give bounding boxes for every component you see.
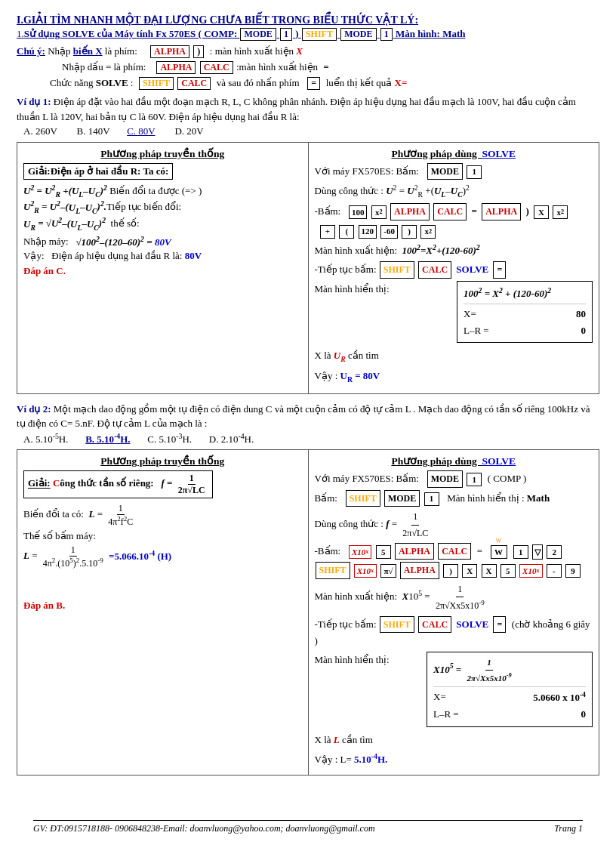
eq-btn-1: = bbox=[493, 261, 506, 278]
tiep-tuc-2: -Tiếp tục bấm: SHIFT CALC SOLVE = (chờ k… bbox=[315, 616, 593, 649]
col-header-solve-2: Phương pháp dùng SOLVE bbox=[315, 455, 593, 467]
bam-shift-mode: Bấm: SHIFT MODE 1 Màn hình hiển thị : Ma… bbox=[315, 490, 593, 507]
one-key2: 1 bbox=[380, 28, 393, 41]
x-key2b: X bbox=[482, 564, 497, 578]
vidu2-text: Ví dụ 2: Một mạch dao động gồm một tụ đi… bbox=[17, 402, 599, 447]
nav-down: ▽ bbox=[532, 544, 543, 560]
alpha-key-r3: ALPHA bbox=[395, 543, 434, 560]
formula-2c: Thế số bấm máy: bbox=[23, 530, 302, 542]
minus9-key: - bbox=[547, 564, 562, 578]
nhap-may: Nhập máy: √1002–(120–60)2 = 80V bbox=[23, 234, 302, 248]
vay-ur: Vậy : UR = 80V bbox=[315, 368, 593, 386]
col-header-traditional-2: Phương pháp truyền thống bbox=[23, 455, 302, 467]
formula-1c: UR = √U2–(UL–UC)2 thế số: bbox=[23, 216, 302, 231]
answers2: A. 5.10-5H. B. 5.10-4H. C. 5.10-3H. D. 2… bbox=[17, 433, 254, 445]
x10x-key3: X10x bbox=[519, 564, 542, 578]
calc-key1: CALC bbox=[200, 61, 233, 74]
result-label: X= bbox=[395, 77, 408, 88]
colon-sep: :màn hình xuất hiện bbox=[236, 61, 318, 72]
shift-key: SHIFT bbox=[302, 28, 337, 41]
minus-key: -60 bbox=[380, 225, 398, 239]
giai-box-1: Giải:Điện áp ở hai đầu R: Ta có: bbox=[23, 163, 302, 182]
one-btn-2b: 1 bbox=[424, 492, 439, 506]
bam-line-2a: -Bấm: X10x 5 ALPHA CALC = W W 1 ▽ 2 bbox=[315, 543, 593, 560]
note-line3-wrap: Chức năng SOLVE : SHIFT CALC và sau đó n… bbox=[17, 77, 599, 90]
calc-btn-1: CALC bbox=[418, 261, 451, 278]
vay-l: Vậy : L= 5.10-4H. bbox=[315, 751, 593, 768]
solve-label: SOLVE bbox=[96, 77, 128, 88]
voi-may-2: Với máy FX570ES: Bấm: MODE 1 ( COMP ) bbox=[315, 470, 593, 487]
dung-ct-2: Dùng công thức : f = 12π√LC bbox=[315, 509, 593, 541]
eq-btn-2: = bbox=[493, 616, 506, 633]
x10x-key1: X10x bbox=[349, 545, 371, 559]
mode-btn-1: MODE bbox=[427, 163, 463, 180]
note-line1: Nhập biến X là phím: ALPHA ) : màn hình … bbox=[48, 45, 303, 57]
x2-key1: x2 bbox=[371, 205, 387, 219]
alpha-key1: ALPHA bbox=[150, 45, 189, 58]
one-btn-1: 1 bbox=[467, 165, 482, 179]
right-arrow: ) bbox=[193, 45, 204, 58]
paren2: ) bbox=[443, 564, 458, 578]
footnote: GV: ĐT:0915718188- 0906848238-Email: doa… bbox=[33, 820, 583, 834]
five-key1: 5 bbox=[376, 545, 391, 559]
close-paren: ) bbox=[402, 225, 417, 239]
note-section: Chú ý: Nhập biến X là phím: ALPHA ) : mà… bbox=[17, 45, 599, 58]
voi-may-1: Với máy FX570ES: Bấm: MODE 1 bbox=[315, 163, 593, 180]
screen-result-2: X105 = 12π√Xx5x10-9 X=5.0660 x 10-4 L–R … bbox=[427, 652, 593, 727]
mode-btn-2b: MODE bbox=[384, 490, 420, 507]
shift-btn-2a: SHIFT bbox=[346, 490, 380, 507]
open-paren: ( bbox=[339, 225, 354, 239]
one-key: 1 bbox=[280, 28, 292, 41]
right-col-2: Phương pháp dùng SOLVE Với máy FX570ES: … bbox=[309, 450, 599, 775]
col-header-traditional-1: Phương pháp truyền thống bbox=[23, 147, 302, 160]
x-la-l: X là L cần tìm bbox=[315, 732, 593, 748]
col-header-solve-1: Phương pháp dùng SOLVE bbox=[315, 147, 593, 160]
man-hinh-1: Màn hình xuất hiện: 1002=X2+(120-60)2 bbox=[315, 242, 593, 259]
five-key2: 5 bbox=[500, 564, 516, 578]
x-la-ur: X là UR cần tìm bbox=[315, 347, 593, 365]
eq-key: = bbox=[307, 77, 320, 90]
plus-key: + bbox=[320, 225, 335, 239]
100-key: 100 bbox=[349, 205, 368, 219]
calc-key2: CALC bbox=[177, 77, 211, 90]
vidu1-text: Ví dụ 1: Điện áp đặt vào hai đầu một đoạ… bbox=[17, 94, 599, 139]
w-key-wrap: W W bbox=[490, 543, 508, 560]
subtitle-text: 1.Sử dụng SOLVE của Máy tính Fx 570ES ( … bbox=[17, 28, 466, 39]
alpha-key2: ALPHA bbox=[156, 61, 196, 74]
pi-key: π√ bbox=[380, 564, 396, 578]
shift-btn-1: SHIFT bbox=[380, 261, 414, 278]
man-hinh-2: Màn hình xuất hiện: X105 = 12π√Xx5x10-9 bbox=[315, 581, 593, 614]
right-col-1: Phương pháp dùng SOLVE Với máy FX570ES: … bbox=[309, 143, 599, 393]
answers1: A. 260V B. 140V C. 80V D. 20V bbox=[17, 125, 204, 137]
vidu2-table: Phương pháp truyền thống Giải: Công thức… bbox=[17, 449, 599, 776]
chu-y-label: Chú ý: bbox=[17, 45, 45, 57]
one-key-2a: 1 bbox=[513, 545, 528, 559]
x2-key2: x2 bbox=[553, 205, 568, 219]
shift-key2: SHIFT bbox=[139, 77, 174, 90]
x-key2: X bbox=[462, 564, 477, 578]
note-line2-wrap: Nhập dấu = là phím: ALPHA CALC :màn hình… bbox=[17, 61, 599, 74]
paren-open: ) bbox=[525, 205, 528, 217]
alpha-key-r4: ALPHA bbox=[400, 562, 439, 578]
left-col-2: Phương pháp truyền thống Giải: Công thức… bbox=[17, 450, 309, 775]
bam-line-2b: SHIFT X10x π√ ALPHA ) X X 5 X10x - 9 bbox=[315, 562, 593, 578]
alpha-key-r1: ALPHA bbox=[390, 203, 430, 220]
dap-an-b: Đáp án B. bbox=[23, 600, 302, 612]
main-title: I.GIẢI TÌM NHANH MỘT ĐẠI LƯỢNG CHƯA BIẾT… bbox=[17, 14, 599, 26]
left-col-1: Phương pháp truyền thống Giải:Điện áp ở … bbox=[17, 143, 309, 393]
calc-btn-2: CALC bbox=[418, 616, 451, 633]
screen-result-1: 1002 = X2 + (120-60)2 X=80 L–R =0 bbox=[457, 281, 593, 344]
120-key: 120 bbox=[359, 225, 377, 239]
vidu1-table: Phương pháp truyền thống Giải:Điện áp ở … bbox=[17, 142, 599, 394]
shift-btn-2c: SHIFT bbox=[316, 562, 350, 578]
dung-ct-1: Dùng công thức : U2 = U2R +(UL–UC)2 bbox=[315, 182, 593, 201]
one-btn-2: 1 bbox=[467, 473, 482, 486]
formula-1a: U2 = U2R +(UL–UC)2 Biến đổi ta được (=> … bbox=[23, 183, 302, 199]
x-key1: X bbox=[534, 205, 549, 219]
mode-btn-2: MODE bbox=[427, 470, 463, 487]
bam-line-1b: + ( 120 -60 ) x2 bbox=[315, 223, 593, 239]
shift-btn-2d: SHIFT bbox=[380, 616, 414, 633]
alpha-key-r2: ALPHA bbox=[482, 203, 521, 220]
solve-btn-2: SOLVE bbox=[456, 618, 488, 630]
formula-2b: Biến đổi ta có: L = 14π2f2C bbox=[23, 503, 302, 528]
